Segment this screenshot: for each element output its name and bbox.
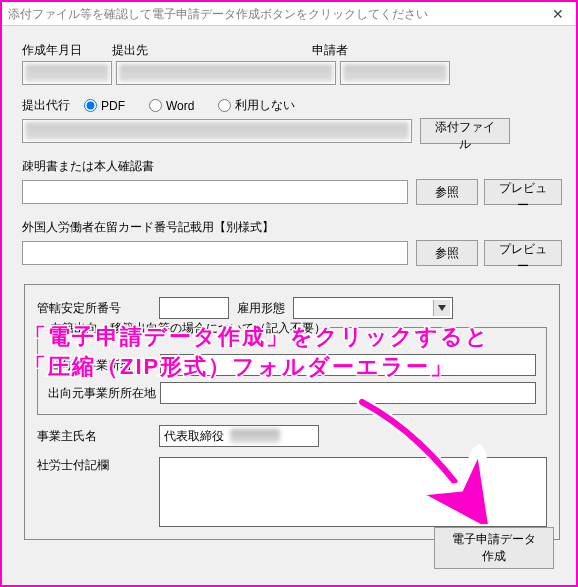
- office-number-input[interactable]: [159, 297, 229, 319]
- fieldset-legend: 在籍出向・移籍出向等の場合について（記入不要）: [46, 320, 330, 337]
- proof-path-field[interactable]: [22, 180, 408, 204]
- label-sharoshi-notes: 社労士付記欄: [37, 457, 159, 527]
- detail-group: 管轄安定所番号 雇用形態 在籍出向・移籍出向等の場合について（記入不要） 出向元…: [24, 284, 560, 540]
- label-applicant: 申請者: [312, 42, 512, 59]
- label-destination: 提出先: [112, 42, 312, 59]
- employment-type-select[interactable]: [293, 297, 453, 319]
- origin-address-input[interactable]: [160, 382, 536, 404]
- radio-word[interactable]: Word: [149, 97, 194, 114]
- label-origin-name: 出向元事業所名: [48, 357, 160, 374]
- foreign-preview-button[interactable]: プレビュー: [484, 240, 562, 266]
- proof-browse-button[interactable]: 参照: [416, 179, 478, 205]
- sharoshi-notes-textarea[interactable]: [159, 457, 547, 527]
- label-proof-doc: 疎明書または本人確認書: [22, 158, 562, 175]
- secondment-fieldset: 在籍出向・移籍出向等の場合について（記入不要） 出向元事業所名 出向元事業所所在…: [37, 327, 547, 415]
- close-icon[interactable]: ✕: [540, 2, 576, 25]
- foreign-browse-button[interactable]: 参照: [416, 240, 478, 266]
- proxy-radio-group: PDF Word 利用しない: [84, 97, 295, 114]
- label-office-number: 管轄安定所番号: [37, 300, 159, 317]
- attach-file-button[interactable]: 添付ファイル: [420, 118, 510, 144]
- radio-none[interactable]: 利用しない: [218, 97, 295, 114]
- label-origin-address: 出向元事業所所在地: [48, 385, 160, 402]
- origin-name-input[interactable]: [160, 354, 536, 376]
- label-foreign-worker: 外国人労働者在留カード番号記載用【別様式】: [22, 219, 562, 236]
- label-proxy: 提出代行: [22, 97, 70, 114]
- label-employment-type: 雇用形態: [237, 300, 285, 317]
- label-owner-name: 事業主氏名: [37, 428, 159, 445]
- create-data-button[interactable]: 電子申請データ作成: [434, 527, 554, 569]
- owner-name-input[interactable]: 代表取締役: [159, 425, 319, 447]
- proof-preview-button[interactable]: プレビュー: [484, 179, 562, 205]
- destination-field[interactable]: [116, 61, 336, 85]
- applicant-field[interactable]: [340, 61, 450, 85]
- window-titlebar: 添付ファイル等を確認して電子申請データ作成ボタンをクリックしてください ✕: [2, 2, 576, 26]
- radio-pdf[interactable]: PDF: [84, 97, 125, 114]
- chevron-down-icon: [438, 305, 446, 311]
- creation-date-field[interactable]: [22, 61, 112, 85]
- foreign-path-field[interactable]: [22, 241, 408, 265]
- proxy-path-field[interactable]: [22, 119, 412, 143]
- window-title: 添付ファイル等を確認して電子申請データ作成ボタンをクリックしてください: [8, 2, 428, 25]
- label-creation-date: 作成年月日: [22, 42, 112, 59]
